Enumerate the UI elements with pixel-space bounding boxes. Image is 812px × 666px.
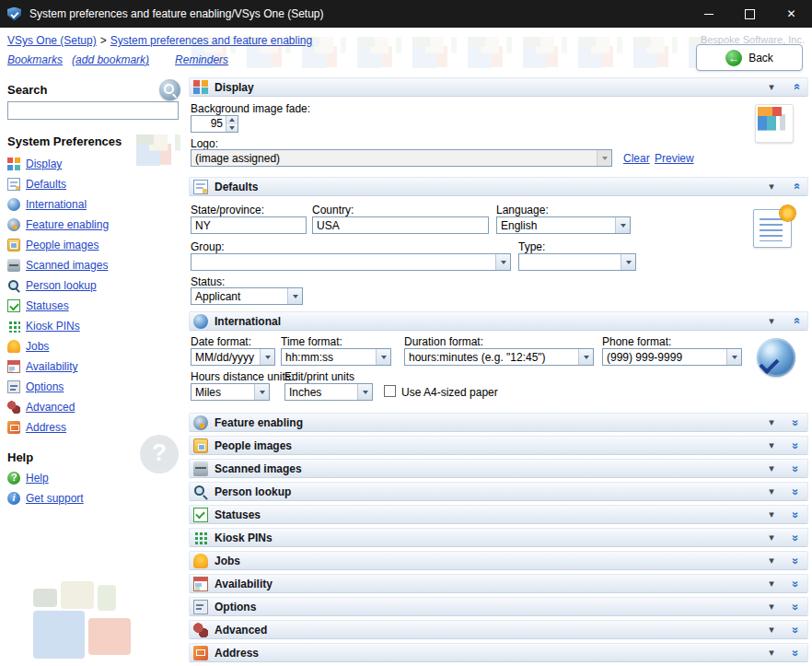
bg-fade-spinner[interactable]: 95 bbox=[191, 115, 238, 133]
sidebar-link-international[interactable]: International bbox=[26, 198, 87, 211]
statuses-section-header[interactable]: Statuses ▾ » bbox=[189, 505, 808, 524]
expand-chevrons-icon[interactable]: » bbox=[789, 415, 803, 431]
expand-chevrons-icon[interactable]: » bbox=[789, 599, 803, 615]
reminders-link[interactable]: Reminders bbox=[175, 53, 228, 66]
availability-section-header[interactable]: Availability ▾ » bbox=[189, 574, 808, 593]
expand-chevrons-icon[interactable]: » bbox=[789, 645, 803, 661]
scanned-images-section-header[interactable]: Scanned images ▾ » bbox=[189, 459, 808, 478]
display-collapse-chevrons-icon[interactable]: » bbox=[789, 79, 803, 96]
group-select[interactable] bbox=[191, 253, 511, 271]
dropdown-arrow-icon[interactable]: ▾ bbox=[762, 462, 781, 474]
duration-format-select[interactable]: hours:minutes (e.g. "12:45") bbox=[404, 348, 594, 366]
expand-chevrons-icon[interactable]: » bbox=[789, 438, 803, 454]
expand-chevrons-icon[interactable]: » bbox=[789, 530, 803, 546]
add-bookmark-link[interactable]: (add bookmark) bbox=[72, 53, 149, 66]
address-section-header[interactable]: Address ▾ » bbox=[189, 643, 808, 662]
expand-chevrons-icon[interactable]: » bbox=[789, 622, 803, 638]
sidebar-link-statuses[interactable]: Statuses bbox=[26, 299, 69, 312]
defaults-collapse-chevrons-icon[interactable]: » bbox=[789, 179, 803, 195]
sidebar-item-availability[interactable]: Availability bbox=[7, 356, 179, 377]
sidebar-link-people-images[interactable]: People images bbox=[26, 239, 99, 251]
dropdown-arrow-icon[interactable]: ▾ bbox=[762, 485, 781, 497]
sidebar-link-options[interactable]: Options bbox=[26, 380, 64, 393]
feature-enabling-section-header[interactable]: Feature enabling ▾ » bbox=[189, 413, 808, 432]
international-section-header[interactable]: International ▾ » bbox=[189, 311, 808, 331]
search-icon[interactable] bbox=[159, 79, 180, 100]
options-section-header[interactable]: Options ▾ » bbox=[189, 597, 808, 616]
spinner-up-down-icons[interactable] bbox=[226, 116, 238, 132]
sidebar-link-advanced[interactable]: Advanced bbox=[26, 401, 75, 414]
sidebar-item-feature-enabling[interactable]: Feature enabling bbox=[7, 215, 179, 235]
logo-clear-link[interactable]: Clear bbox=[623, 152, 650, 165]
dropdown-arrow-icon[interactable]: ▾ bbox=[762, 439, 781, 451]
distance-units-select[interactable]: Miles bbox=[191, 383, 270, 401]
time-format-select[interactable]: hh:mm:ss bbox=[281, 348, 391, 366]
sidebar-link-jobs[interactable]: Jobs bbox=[26, 340, 49, 353]
dropdown-arrow-icon[interactable]: ▾ bbox=[762, 555, 781, 567]
defaults-section-header[interactable]: Defaults ▾ » bbox=[189, 177, 808, 196]
dropdown-arrow-icon[interactable]: ▾ bbox=[762, 578, 781, 590]
language-select[interactable]: English bbox=[496, 216, 631, 234]
person-lookup-section-header[interactable]: Person lookup ▾ » bbox=[189, 482, 808, 501]
jobs-section-header[interactable]: Jobs ▾ » bbox=[189, 551, 808, 570]
display-section-header[interactable]: Display ▾ » bbox=[189, 77, 808, 97]
sidebar-item-kiosk-pins[interactable]: Kiosk PINs bbox=[7, 316, 179, 336]
dropdown-arrow-icon[interactable]: ▾ bbox=[762, 601, 781, 613]
sidebar-item-address[interactable]: Address bbox=[7, 417, 179, 438]
sidebar-item-get-support[interactable]: Get support bbox=[7, 488, 179, 508]
edit-print-units-select[interactable]: Inches bbox=[284, 383, 373, 401]
sidebar-link-defaults[interactable]: Defaults bbox=[26, 178, 66, 191]
date-format-select[interactable]: MM/dd/yyyy bbox=[191, 348, 275, 366]
logo-preview-link[interactable]: Preview bbox=[655, 152, 694, 165]
expand-chevrons-icon[interactable]: » bbox=[789, 461, 803, 477]
breadcrumb-current-link[interactable]: System preferences and feature enabling bbox=[110, 34, 312, 47]
bookmarks-link[interactable]: Bookmarks bbox=[7, 53, 63, 66]
expand-chevrons-icon[interactable]: » bbox=[789, 484, 803, 500]
a4-paper-checkbox[interactable] bbox=[384, 385, 396, 397]
back-button[interactable]: ← Back bbox=[696, 44, 803, 71]
expand-chevrons-icon[interactable]: » bbox=[789, 553, 803, 569]
dropdown-arrow-icon[interactable]: ▾ bbox=[762, 416, 781, 428]
sidebar-item-defaults[interactable]: Defaults bbox=[7, 174, 179, 194]
sidebar-link-display[interactable]: Display bbox=[26, 158, 62, 170]
expand-chevrons-icon[interactable]: » bbox=[789, 507, 803, 523]
search-input[interactable] bbox=[7, 101, 179, 120]
kiosk-pins-section-header[interactable]: Kiosk PINs ▾ » bbox=[189, 528, 808, 547]
phone-format-select[interactable]: (999) 999-9999 bbox=[602, 348, 742, 366]
sidebar-item-people-images[interactable]: People images bbox=[7, 235, 179, 255]
sidebar-link-help[interactable]: Help bbox=[26, 472, 49, 485]
dropdown-arrow-icon[interactable]: ▾ bbox=[762, 647, 781, 659]
sidebar-item-display[interactable]: Display bbox=[7, 154, 179, 174]
status-select[interactable]: Applicant bbox=[191, 287, 303, 305]
logo-field[interactable]: (image assigned) bbox=[191, 149, 612, 167]
country-field[interactable]: USA bbox=[312, 216, 489, 234]
sidebar-link-kiosk-pins[interactable]: Kiosk PINs bbox=[26, 320, 80, 333]
state-field[interactable]: NY bbox=[191, 216, 307, 234]
minimize-button[interactable] bbox=[688, 0, 729, 28]
sidebar-link-availability[interactable]: Availability bbox=[26, 360, 77, 373]
sidebar-link-feature-enabling[interactable]: Feature enabling bbox=[26, 218, 109, 231]
type-select[interactable] bbox=[518, 253, 636, 271]
sidebar-item-help[interactable]: Help bbox=[7, 468, 179, 488]
sidebar-item-options[interactable]: Options bbox=[7, 377, 179, 397]
expand-chevrons-icon[interactable]: » bbox=[789, 576, 803, 592]
display-dropdown-arrow-icon[interactable]: ▾ bbox=[762, 81, 781, 93]
sidebar-link-person-lookup[interactable]: Person lookup bbox=[26, 279, 97, 292]
international-collapse-chevrons-icon[interactable]: » bbox=[789, 313, 803, 330]
defaults-dropdown-arrow-icon[interactable]: ▾ bbox=[762, 181, 781, 193]
sidebar-item-international[interactable]: International bbox=[7, 194, 179, 215]
sidebar-link-get-support[interactable]: Get support bbox=[26, 492, 84, 505]
close-button[interactable]: ✕ bbox=[771, 0, 812, 28]
international-dropdown-arrow-icon[interactable]: ▾ bbox=[762, 315, 781, 327]
sidebar-item-scanned-images[interactable]: Scanned images bbox=[7, 255, 179, 275]
maximize-button[interactable] bbox=[729, 0, 771, 28]
sidebar-item-person-lookup[interactable]: Person lookup bbox=[7, 275, 179, 296]
dropdown-arrow-icon[interactable]: ▾ bbox=[762, 532, 781, 543]
sidebar-item-jobs[interactable]: Jobs bbox=[7, 336, 179, 356]
breadcrumb-root-link[interactable]: VSys One (Setup) bbox=[7, 34, 97, 47]
advanced-section-header[interactable]: Advanced ▾ » bbox=[189, 620, 808, 639]
sidebar-item-statuses[interactable]: Statuses bbox=[7, 296, 179, 316]
people-images-section-header[interactable]: People images ▾ » bbox=[189, 436, 808, 455]
dropdown-arrow-icon[interactable]: ▾ bbox=[762, 508, 781, 520]
sidebar-item-advanced[interactable]: Advanced bbox=[7, 397, 179, 417]
